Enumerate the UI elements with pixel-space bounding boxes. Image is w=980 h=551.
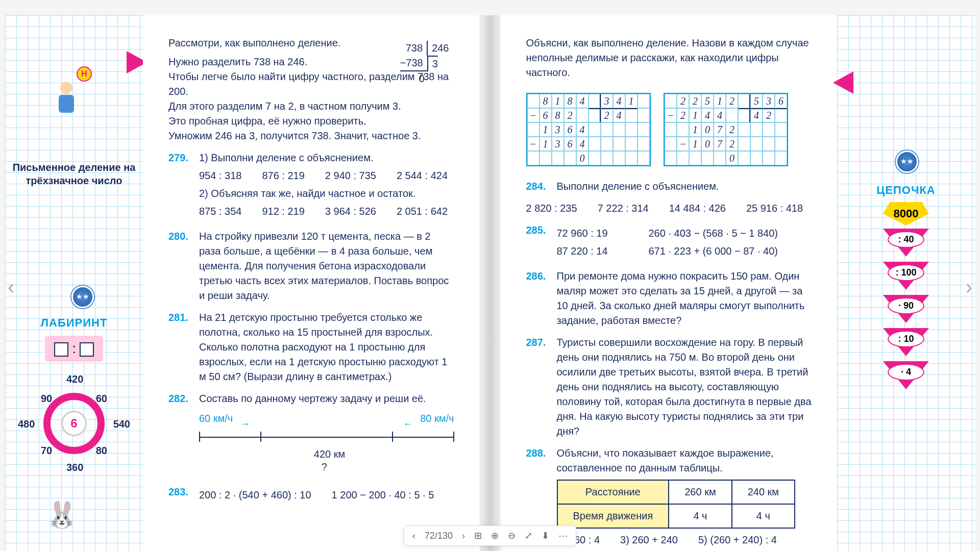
page-indicator: 72/130 xyxy=(425,531,453,541)
labyrinth-widget: ЛАБИРИНТ : xyxy=(5,316,143,362)
chain-start: 8000 xyxy=(883,202,929,226)
document-viewer: Н Письменное деление на трёхзначное числ… xyxy=(5,15,975,551)
page-left: Рассмотри, как выполнено деление. Нужно … xyxy=(143,15,480,551)
prev-icon[interactable]: ‹ xyxy=(412,531,415,541)
star-badge-icon xyxy=(71,286,94,308)
table-288: Расстояние260 км240 км Время движения4 ч… xyxy=(557,480,796,529)
problem-285: 285. 72 960 : 19260 · 403 − (568 · 5 − 1… xyxy=(526,223,812,262)
left-margin: Н Письменное деление на трёхзначное числ… xyxy=(5,15,143,551)
problem-282: 282. Составь по данному чертежу задачу и… xyxy=(168,391,454,478)
page-right: Объясни, как выполнено деление. Назови в… xyxy=(501,15,838,551)
problem-279: 279. 1) Выполни деление с объяснением. 9… xyxy=(168,151,454,222)
more-icon[interactable]: ⋯ xyxy=(558,530,568,541)
star-badge-icon xyxy=(896,151,918,173)
section-title: Письменное деление на трёхзначное число xyxy=(5,161,143,187)
problem-281: 281.На 21 детскую простыню требуется сто… xyxy=(168,310,454,384)
circle-diagram: 6 420 60 540 80 360 70 480 90 xyxy=(33,383,115,464)
diagram-282: 60 км/ч 80 км/ч → ← 420 км ? xyxy=(199,411,454,472)
prev-page-arrow[interactable]: ‹ xyxy=(8,276,14,298)
labyrinth-label: ЛАБИРИНТ xyxy=(5,316,143,330)
download-icon[interactable]: ⬇ xyxy=(542,530,549,541)
chain-widget: ЦЕПОЧКА 8000 : 40 : 100 · 90 : 10 · 4 xyxy=(837,184,975,391)
problem-283: 283.200 : 2 · (540 + 460) : 101 200 − 20… xyxy=(168,485,454,506)
book-spine xyxy=(480,15,501,551)
grid-icon[interactable]: ⊞ xyxy=(474,530,482,541)
problem-286: 286.При ремонте дома нужно покрасить 150… xyxy=(526,269,812,328)
zoom-in-icon[interactable]: ⊕ xyxy=(491,530,499,541)
problem-284: 284.Выполни деление с объяснением. xyxy=(526,179,812,194)
fullscreen-icon[interactable]: ⤢ xyxy=(525,530,532,541)
next-icon[interactable]: › xyxy=(462,531,465,541)
zoom-out-icon[interactable]: ⊖ xyxy=(508,530,516,541)
right-margin: ЦЕПОЧКА 8000 : 40 : 100 · 90 : 10 · 4 xyxy=(837,15,975,551)
viewer-toolbar: ‹ 72/130 › ⊞ ⊕ ⊖ ⤢ ⬇ ⋯ xyxy=(404,525,576,546)
chain-label: ЦЕПОЧКА xyxy=(837,184,975,197)
pointer-icon xyxy=(833,71,853,94)
grid-calculations: 8184341−682241364−13640 22512536−2144421… xyxy=(526,88,812,171)
intro-text-2: Объясни, как выполнено деление. Назови в… xyxy=(526,36,812,80)
rabbit-illustration: 🐰 xyxy=(46,500,82,536)
long-division: 738246 −7383 0 xyxy=(400,41,449,86)
boy-illustration: Н xyxy=(51,82,82,122)
problem-280: 280.На стройку привезли 120 т цемента, п… xyxy=(168,229,454,303)
problem-287: 287.Туристы совершили восхождение на гор… xyxy=(526,335,812,439)
next-page-arrow[interactable]: › xyxy=(966,276,972,298)
labyrinth-input: : xyxy=(45,336,103,362)
